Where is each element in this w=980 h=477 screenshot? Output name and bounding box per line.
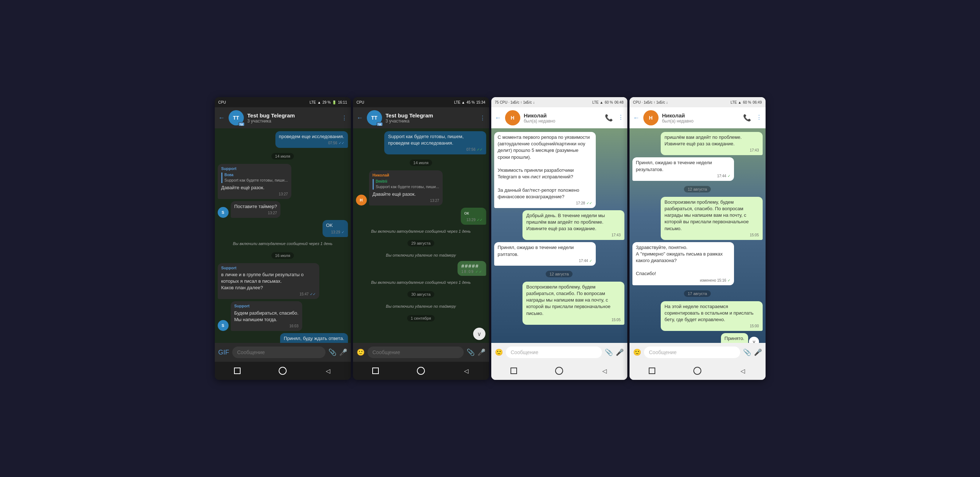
nav-circle-2[interactable] (415, 365, 426, 376)
header-icons-1[interactable]: ⋮ (341, 114, 347, 121)
input-placeholder-3: Сообщение (511, 349, 538, 355)
sender-name: Support (234, 303, 299, 309)
status-right-4: LTE ▲ 60 % 06:49 (730, 100, 762, 105)
signal-icon-1: ▲ (318, 100, 321, 105)
msg-row: ##### 18:09 ✓✓ (356, 261, 486, 276)
nav-back-3[interactable]: ◁ (599, 365, 610, 376)
more-icon-1[interactable]: ⋮ (341, 114, 347, 121)
attachment-icon-4[interactable]: 📎 (743, 348, 751, 356)
back-button-4[interactable]: ← (633, 114, 640, 122)
msg-time: 15:00 (664, 324, 759, 329)
call-icon-3[interactable]: 📞 (605, 114, 613, 122)
gif-icon-1[interactable]: GIF (218, 349, 229, 356)
header-icons-4[interactable]: 📞 ⋮ (743, 114, 762, 122)
header-title-2: Test bug Telegram (386, 113, 476, 119)
mic-icon-1[interactable]: 🎤 (339, 348, 347, 356)
sticker-icon-2[interactable]: 🙂 (357, 348, 364, 356)
sticker-icon-4[interactable]: 🙂 (633, 348, 641, 356)
msg-row: ок 13:29 ✓✓ (356, 208, 486, 224)
battery-4: 60 % (743, 100, 751, 105)
back-button-1[interactable]: ← (218, 114, 225, 122)
mic-icon-3[interactable]: 🎤 (616, 348, 624, 356)
nav-back-4[interactable]: ◁ (737, 365, 748, 376)
header-title-4: Николай (662, 113, 740, 119)
msg-time: 17:44 ✓ (498, 258, 592, 263)
bubble-text: Принял, ожидаю в течение недели рэлтатов… (498, 244, 592, 257)
msg-row: Здравствуйте, понятно.А "примерно" ожида… (632, 242, 763, 285)
system-msg: Вы включили автоудаление сообщений через… (371, 228, 471, 234)
header-icons-3[interactable]: 📞 ⋮ (605, 114, 624, 122)
phone-screen-3: 75 CPU · 1кБ/с ↑ 1кБ/с ↓ LTE ▲ 60 % 06:4… (491, 97, 627, 380)
status-right-3: LTE ▲ 60 % 06:48 (592, 100, 623, 105)
mic-icon-2[interactable]: 🎤 (477, 348, 485, 356)
bubble-text: На этой неделе постараемся сориентироват… (664, 303, 759, 323)
attachment-icon-2[interactable]: 📎 (466, 348, 474, 356)
bubble: Support в личке и в группе были результа… (218, 263, 319, 300)
cpu-label-3: 75 CPU · 1кБ/с ↑ 1кБ/с ↓ (495, 100, 535, 105)
msg-row: S Support Будем разбираться, спасибо.Мы … (218, 301, 348, 331)
status-bar-3: 75 CPU · 1кБ/с ↑ 1кБ/с ↓ LTE ▲ 60 % 06:4… (491, 97, 627, 107)
bubble: Принял, буду ждать ответа. 16:10 ✓ (280, 333, 348, 343)
bubble-text: Будем разбираться, спасибо.Мы напишем то… (234, 310, 299, 323)
system-msg-row: Вы отключили удаление по таймеру (356, 252, 486, 258)
more-icon-3[interactable]: ⋮ (618, 114, 624, 122)
nav-circle-3[interactable] (554, 365, 565, 376)
chat-header-2: ← TT 1д Test bug Telegram 3 участника ⋮ (353, 107, 489, 128)
nav-bar-2: ◁ (353, 362, 489, 380)
call-icon-4[interactable]: 📞 (743, 114, 751, 122)
more-icon-2[interactable]: ⋮ (480, 114, 485, 121)
sender-name: Николай (372, 173, 439, 178)
message-input-4[interactable]: Сообщение (644, 347, 740, 358)
avatar-1: TT 1д (229, 110, 244, 125)
sticker-icon-3[interactable]: 🙂 (495, 348, 503, 356)
nav-back-2[interactable]: ◁ (461, 365, 472, 376)
msg-row: OK 13:29 ✓ (218, 220, 348, 237)
nav-circle-4[interactable] (692, 365, 703, 376)
msg-row: На этой неделе постараемся сориентироват… (632, 301, 763, 331)
date-separator: 17 августа (684, 290, 710, 297)
header-icons-2[interactable]: ⋮ (480, 114, 485, 121)
bubble-text: Добрый день. В течение недели мы пришлём… (526, 212, 620, 232)
message-input-2[interactable]: Сообщение (368, 347, 464, 358)
msg-avatar: Н (356, 195, 367, 206)
header-subtitle-4: был(а) недавно (662, 119, 740, 124)
message-input-3[interactable]: Сообщение (506, 347, 602, 358)
msg-row: С момента первого репора по уязвимости (… (494, 132, 624, 208)
bubble-text: в личке и в группе были результаты о кот… (221, 271, 316, 292)
system-msg-row: Вы включили автоудаление сообщений через… (356, 279, 486, 285)
avatar-4: Н (643, 110, 659, 125)
chat-header-1: ← TT 1д Test bug Telegram 3 участника ⋮ (215, 107, 351, 128)
battery-3: 60 % (605, 100, 613, 105)
back-button-3[interactable]: ← (495, 114, 501, 122)
phone-screen-1: CPU LTE ▲ 29 % 🔋 16:11 ← TT 1д Test bug … (215, 97, 351, 380)
msg-avatar: S (218, 207, 229, 218)
message-input-1[interactable]: Сообщение (232, 347, 325, 358)
nav-circle-1[interactable] (277, 365, 288, 376)
nav-back-1[interactable]: ◁ (323, 365, 333, 376)
attachment-icon-1[interactable]: 📎 (328, 348, 336, 356)
bubble: пришлём вам апдейт по проблеме. Извините… (661, 132, 762, 155)
chat-header-4: ← Н Николай был(а) недавно 📞 ⋮ (630, 107, 765, 128)
signal-4: LTE ▲ (730, 100, 741, 105)
date-separator: 30 августа (407, 291, 434, 298)
msg-time: 18:09 ✓✓ (461, 270, 482, 274)
cpu-label-1: CPU (218, 100, 226, 105)
status-bar-4: CPU · 1кБ/с ↑ 1кБ/с ↓ LTE ▲ 60 % 06:49 (630, 97, 765, 107)
bubble: С момента первого репора по уязвимости (… (494, 132, 596, 208)
msg-row: Воспроизвели проблему, будем разбираться… (632, 197, 763, 240)
mic-icon-4[interactable]: 🎤 (754, 348, 762, 356)
attachment-icon-3[interactable]: 📎 (605, 348, 613, 356)
back-button-2[interactable]: ← (357, 114, 363, 122)
nav-square-1[interactable] (232, 365, 243, 376)
bubble: Добрый день. В течение недели мы пришлём… (522, 210, 624, 240)
scroll-button-2[interactable]: ∨ (473, 328, 485, 340)
scroll-button-4[interactable]: ∨ (749, 337, 759, 343)
msg-row: Н Николай Dmitrii Support как будете гот… (356, 170, 486, 206)
more-icon-4[interactable]: ⋮ (756, 114, 762, 122)
bubble-text: пришлём вам апдейт по проблеме. Извините… (664, 134, 759, 147)
nav-square-3[interactable] (508, 365, 519, 376)
input-area-4: 🙂 Сообщение 📎 🎤 (630, 343, 765, 362)
nav-square-4[interactable] (647, 365, 657, 376)
nav-square-2[interactable] (370, 365, 381, 376)
msg-row: Принял, буду ждать ответа. 16:10 ✓ (218, 333, 348, 343)
